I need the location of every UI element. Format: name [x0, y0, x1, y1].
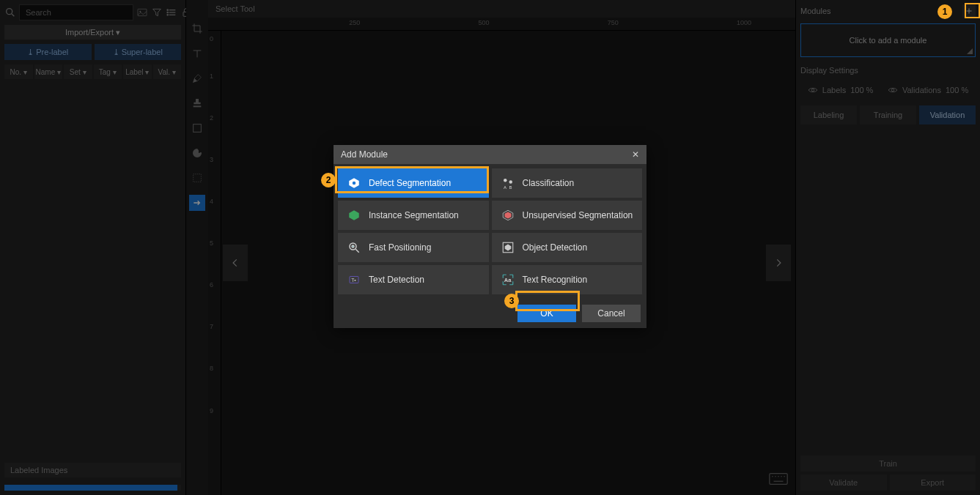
fast-pos-icon: [347, 240, 361, 255]
classification-icon: AB: [501, 176, 515, 190]
module-text-detection[interactable]: T▪ Text Detection: [338, 265, 489, 294]
ok-button[interactable]: OK: [517, 305, 576, 322]
svg-point-26: [353, 182, 356, 185]
module-label: Unsupervised Segmentation: [523, 210, 633, 220]
module-label: Classification: [523, 178, 575, 188]
dialog-title: Add Module: [341, 149, 388, 160]
unsup-seg-icon: [501, 208, 515, 223]
svg-text:Aa: Aa: [504, 277, 511, 283]
svg-line-35: [355, 249, 359, 253]
defect-seg-icon: [347, 176, 361, 190]
module-label: Instance Segmentation: [369, 210, 459, 220]
svg-point-36: [352, 245, 354, 248]
module-object-detection[interactable]: Object Detection: [492, 233, 643, 262]
module-label: Text Detection: [369, 275, 424, 285]
svg-marker-38: [505, 245, 511, 250]
callout-badge-1: 1: [937, 4, 952, 19]
svg-point-28: [509, 180, 512, 184]
module-defect-segmentation[interactable]: Defect Segmentation: [338, 168, 489, 198]
module-text-recognition[interactable]: Aa Text Recognition: [492, 265, 643, 294]
module-instance-segmentation[interactable]: Instance Segmentation: [338, 201, 489, 230]
module-label: Fast Positioning: [369, 242, 431, 253]
svg-marker-33: [504, 212, 511, 219]
svg-marker-31: [349, 210, 359, 220]
callout-badge-3: 3: [504, 294, 519, 308]
text-det-icon: T▪: [347, 272, 361, 287]
close-icon[interactable]: ✕: [632, 149, 639, 160]
module-fast-positioning[interactable]: Fast Positioning: [338, 233, 489, 262]
module-label: Object Detection: [523, 242, 588, 253]
module-label: Defect Segmentation: [369, 178, 451, 188]
add-module-dialog: Add Module ✕ Defect Segmentation AB Clas…: [334, 145, 646, 328]
svg-text:T▪: T▪: [351, 278, 356, 283]
svg-text:A: A: [504, 185, 506, 190]
obj-det-icon: [501, 240, 515, 255]
instance-seg-icon: [347, 208, 361, 223]
text-rec-icon: Aa: [501, 272, 515, 287]
svg-text:B: B: [509, 185, 512, 190]
cancel-button[interactable]: Cancel: [582, 305, 641, 322]
module-label: Text Recognition: [523, 275, 588, 285]
module-unsupervised-segmentation[interactable]: Unsupervised Segmentation: [492, 201, 643, 230]
callout-badge-2: 2: [321, 173, 336, 187]
module-classification[interactable]: AB Classification: [492, 168, 643, 198]
svg-point-27: [504, 179, 507, 182]
